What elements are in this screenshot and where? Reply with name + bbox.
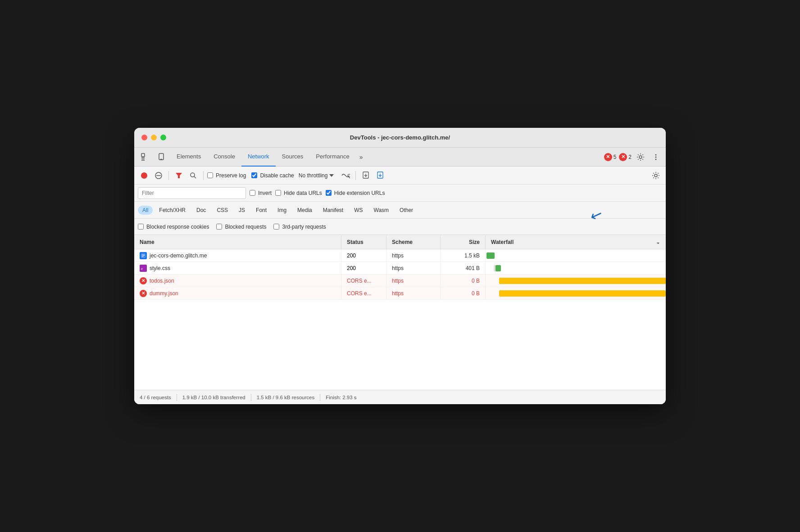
preserve-log-label[interactable]: Preserve log <box>207 172 246 179</box>
disable-cache-label[interactable]: Disable cache <box>251 172 294 179</box>
pill-css[interactable]: CSS <box>212 206 232 215</box>
more-btn[interactable] <box>650 151 662 163</box>
td-waterfall-4 <box>486 287 666 299</box>
td-size-2: 401 B <box>441 262 486 274</box>
svg-rect-4 <box>159 153 164 160</box>
td-name-3: ✕ todos.json <box>134 275 341 287</box>
svg-point-10 <box>141 172 147 179</box>
svg-point-22 <box>655 174 657 177</box>
hide-data-urls-checkbox[interactable] <box>275 190 281 196</box>
td-scheme-1: https <box>386 249 441 261</box>
error-icon-3: ✕ <box>140 277 147 284</box>
tab-network[interactable]: Network <box>241 148 276 167</box>
window-title: DevTools - jec-cors-demo.glitch.me/ <box>350 134 450 141</box>
warning-badge[interactable]: ✕ 2 <box>619 153 632 161</box>
table-row[interactable]: ✕ dummy.json CORS e... https 0 B <box>134 287 666 300</box>
td-scheme-4: https <box>386 287 441 299</box>
pill-manifest[interactable]: Manifest <box>318 206 348 215</box>
clear-btn[interactable] <box>152 169 165 182</box>
more-tabs-btn[interactable]: » <box>356 153 367 161</box>
pill-wasm[interactable]: Wasm <box>369 206 394 215</box>
export-har-btn[interactable] <box>374 169 386 182</box>
th-scheme[interactable]: Scheme <box>386 235 441 249</box>
tab-sources[interactable]: Sources <box>276 148 310 167</box>
invert-checkbox[interactable] <box>250 190 255 196</box>
throttling-select[interactable]: No throttling <box>296 171 337 180</box>
th-waterfall[interactable]: Waterfall <box>486 235 666 249</box>
network-toolbar: Preserve log Disable cache No throttling <box>134 167 666 185</box>
table-row[interactable]: jec-cors-demo.glitch.me 200 https 1.5 kB <box>134 249 666 262</box>
pill-media[interactable]: Media <box>293 206 317 215</box>
tab-performance[interactable]: Performance <box>309 148 355 167</box>
invert-label[interactable]: Invert <box>250 190 272 196</box>
pill-js[interactable]: JS <box>234 206 250 215</box>
warning-icon: ✕ <box>619 153 627 161</box>
th-status[interactable]: Status <box>341 235 386 249</box>
pill-img[interactable]: Img <box>273 206 291 215</box>
tab-console[interactable]: Console <box>207 148 241 167</box>
title-bar: DevTools - jec-cors-demo.glitch.me/ <box>134 128 666 148</box>
fullscreen-button[interactable] <box>160 135 166 140</box>
td-size-1: 1.5 kB <box>441 249 486 261</box>
table-row[interactable]: ✕ todos.json CORS e... https 0 B <box>134 275 666 287</box>
svg-marker-13 <box>176 173 182 178</box>
search-btn[interactable] <box>187 169 200 182</box>
inspector-icon-btn[interactable] <box>138 150 152 164</box>
status-sep-1 <box>177 394 177 401</box>
td-waterfall-2 <box>486 262 666 274</box>
settings-btn[interactable] <box>634 151 647 163</box>
filter-btn[interactable] <box>173 169 185 182</box>
error-badge[interactable]: ✕ 5 <box>604 153 617 161</box>
filter-bar: Invert Hide data URLs Hide extension URL… <box>134 185 666 202</box>
transferred-size: 1.9 kB / 10.0 kB transferred <box>182 395 245 400</box>
blocked-cookies-label[interactable]: Blocked response cookies <box>138 224 209 230</box>
td-status-2: 200 <box>341 262 386 274</box>
devtools-settings-btn[interactable] <box>650 169 662 182</box>
svg-point-8 <box>655 156 657 158</box>
th-name[interactable]: Name <box>134 235 341 249</box>
toolbar-sep-3 <box>355 171 356 180</box>
error-icon-4: ✕ <box>140 290 147 297</box>
devtools-body: Elements Console Network Sources Perform… <box>134 148 666 404</box>
svg-line-15 <box>194 176 196 178</box>
td-waterfall-3 <box>486 275 666 287</box>
td-status-1: 200 <box>341 249 386 261</box>
table-row[interactable]: # style.css 200 https 401 B <box>134 262 666 275</box>
close-button[interactable] <box>141 135 147 140</box>
nav-right: ✕ 5 ✕ 2 <box>604 151 662 163</box>
hide-extension-urls-label[interactable]: Hide extension URLs <box>326 190 385 196</box>
pill-doc[interactable]: Doc <box>192 206 210 215</box>
import-har-btn[interactable] <box>359 169 372 182</box>
third-party-label[interactable]: 3rd-party requests <box>273 224 326 230</box>
finish-time: Finish: 2.93 s <box>326 395 356 400</box>
td-size-4: 0 B <box>441 287 486 299</box>
hide-data-urls-label[interactable]: Hide data URLs <box>275 190 322 196</box>
pill-other[interactable]: Other <box>395 206 418 215</box>
pill-all[interactable]: All <box>138 206 153 215</box>
blocked-cookies-checkbox[interactable] <box>138 224 144 230</box>
stop-recording-btn[interactable] <box>138 169 150 182</box>
blocked-requests-checkbox[interactable] <box>216 224 222 230</box>
svg-point-14 <box>191 173 195 177</box>
hide-extension-urls-checkbox[interactable] <box>326 190 332 196</box>
tab-elements[interactable]: Elements <box>170 148 207 167</box>
svg-text:#: # <box>141 267 143 271</box>
pill-ws[interactable]: WS <box>350 206 367 215</box>
status-sep-3 <box>320 394 320 401</box>
third-party-checkbox[interactable] <box>273 224 279 230</box>
th-size[interactable]: Size <box>441 235 486 249</box>
minimize-button[interactable] <box>151 135 157 140</box>
network-table: Name Status Scheme Size Waterfall jec-co… <box>134 235 666 390</box>
device-toolbar-btn[interactable] <box>154 150 168 164</box>
table-header: Name Status Scheme Size Waterfall <box>134 235 666 249</box>
blocked-requests-label[interactable]: Blocked requests <box>216 224 266 230</box>
td-scheme-2: https <box>386 262 441 274</box>
filter-input[interactable] <box>138 187 246 199</box>
preserve-log-checkbox[interactable] <box>207 172 213 178</box>
td-name-2: # style.css <box>134 262 341 274</box>
pill-font[interactable]: Font <box>251 206 271 215</box>
traffic-lights <box>141 135 166 140</box>
network-conditions-btn[interactable] <box>339 169 352 182</box>
pill-fetch-xhr[interactable]: Fetch/XHR <box>155 206 190 215</box>
disable-cache-checkbox[interactable] <box>251 172 257 178</box>
